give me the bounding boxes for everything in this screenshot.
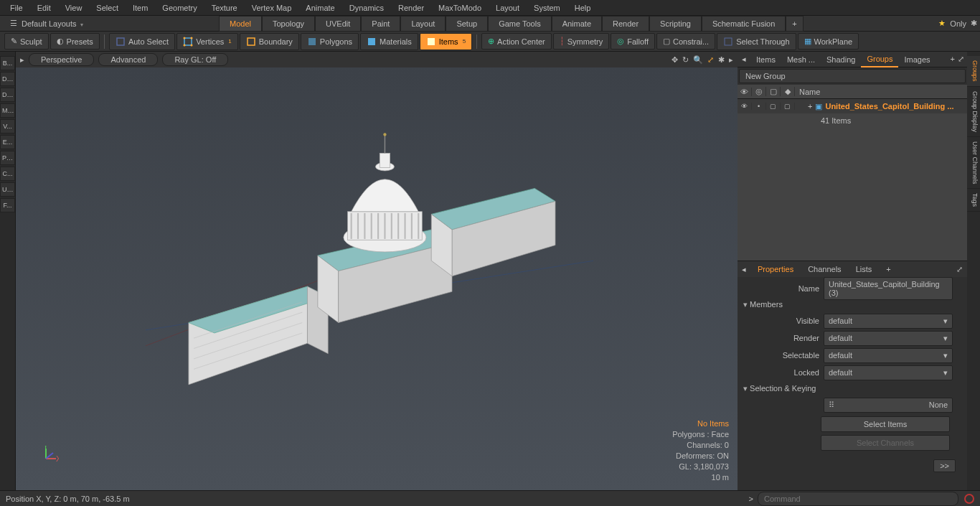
rotate-icon[interactable]: ↻: [682, 55, 689, 65]
viewport-shading-dropdown[interactable]: Advanced: [98, 53, 158, 66]
prop-name-field[interactable]: United_States_Capitol_Building (3): [824, 277, 953, 300]
col-solo[interactable]: ◎: [752, 87, 766, 96]
tree-row-capitol[interactable]: 👁•▢▢ +▣United_States_Capitol_Building ..…: [738, 99, 967, 113]
left-btn-2[interactable]: Dup...: [0, 88, 15, 102]
left-btn-0[interactable]: B...: [0, 56, 15, 70]
prop-locked-dropdown[interactable]: default▾: [824, 365, 953, 380]
items-button[interactable]: Items5: [420, 33, 472, 50]
col-name[interactable]: Name: [795, 88, 967, 96]
left-btn-3[interactable]: Mes...: [0, 103, 15, 118]
layout-handle-icon[interactable]: ☰: [6, 19, 22, 28]
menu-view[interactable]: View: [58, 1, 90, 14]
favorite-icon[interactable]: ★: [938, 19, 946, 28]
left-btn-9[interactable]: F...: [0, 198, 15, 212]
right-chevron-icon[interactable]: ◂: [738, 55, 750, 64]
tab-add[interactable]: +: [786, 16, 803, 32]
stab-tags[interactable]: Tags: [967, 189, 980, 212]
left-btn-4[interactable]: V...: [0, 119, 15, 133]
col-visibility[interactable]: 👁: [738, 88, 752, 96]
settings-icon[interactable]: ✱: [971, 19, 977, 28]
menu-help[interactable]: Help: [567, 1, 598, 14]
falloff-button[interactable]: ◎Falloff: [611, 33, 655, 50]
ptab-lists[interactable]: Lists: [849, 262, 880, 276]
new-group-button[interactable]: New Group: [739, 69, 966, 83]
menu-system[interactable]: System: [527, 1, 567, 14]
layout-preset-dropdown[interactable]: Default Layouts: [22, 19, 83, 28]
menu-animate[interactable]: Animate: [298, 1, 341, 14]
constrain-button[interactable]: ▢Constrai...: [656, 33, 715, 50]
rtab-expand-icon[interactable]: ⤢: [958, 55, 964, 64]
prop-visible-dropdown[interactable]: default▾: [824, 314, 953, 329]
tab-animate[interactable]: Animate: [552, 16, 602, 32]
expand-icon[interactable]: +: [808, 102, 812, 111]
prop-selectable-dropdown[interactable]: default▾: [824, 348, 953, 363]
select-channels-button[interactable]: Select Channels: [821, 435, 950, 451]
tab-layout[interactable]: Layout: [400, 16, 446, 32]
stab-groupdisplay[interactable]: Group Display: [967, 87, 980, 137]
prop-keying-dropdown[interactable]: ⠿ None: [824, 398, 953, 413]
menu-maxtomodo[interactable]: MaxToModo: [431, 1, 489, 14]
tab-scripting[interactable]: Scripting: [649, 16, 702, 32]
boundary-button[interactable]: Boundary: [240, 33, 299, 50]
axis-gizmo[interactable]: YX: [43, 446, 59, 462]
sculpt-button[interactable]: ✎Sculpt: [4, 33, 49, 50]
menu-geometry[interactable]: Geometry: [155, 1, 204, 14]
rtab-groups[interactable]: Groups: [861, 52, 898, 67]
rtab-add-icon[interactable]: +: [951, 55, 955, 64]
fit-icon[interactable]: ⤢: [707, 55, 714, 65]
tab-render[interactable]: Render: [602, 16, 649, 32]
left-btn-5[interactable]: E...: [0, 135, 15, 149]
autoselect-button[interactable]: Auto Select: [109, 33, 175, 50]
menu-vertexmap[interactable]: Vertex Map: [245, 1, 299, 14]
viewport-camera-dropdown[interactable]: Perspective: [29, 53, 94, 66]
prop-render-dropdown[interactable]: default▾: [824, 331, 953, 346]
rtab-shading[interactable]: Shading: [821, 52, 861, 67]
menu-file[interactable]: File: [3, 1, 30, 14]
vertices-button[interactable]: Vertices1: [176, 33, 238, 50]
tab-topology[interactable]: Topology: [262, 16, 315, 32]
polygons-button[interactable]: Polygons: [301, 33, 359, 50]
more-arrow-button[interactable]: >>: [933, 459, 956, 472]
tab-schematicfusion[interactable]: Schematic Fusion: [702, 16, 786, 32]
materials-button[interactable]: Materials: [360, 33, 418, 50]
menu-select[interactable]: Select: [89, 1, 126, 14]
select-items-button[interactable]: Select Items: [821, 416, 950, 432]
symmetry-button[interactable]: ┆Symmetry: [553, 33, 610, 50]
left-btn-1[interactable]: De...: [0, 72, 15, 86]
tab-uvedit[interactable]: UVEdit: [315, 16, 361, 32]
stab-userchannels[interactable]: User Channels: [967, 137, 980, 189]
col-lock[interactable]: ▢: [766, 87, 781, 96]
menu-item[interactable]: Item: [126, 1, 155, 14]
tab-setup[interactable]: Setup: [446, 16, 488, 32]
ptab-expand-icon[interactable]: ⤢: [956, 265, 967, 274]
stab-groups[interactable]: Groups: [967, 56, 980, 87]
record-icon[interactable]: [964, 494, 974, 504]
selectthrough-button[interactable]: Select Through: [717, 33, 796, 50]
rtab-images[interactable]: Images: [898, 52, 936, 67]
section-selection-keying[interactable]: ▾ Selection & Keying: [742, 381, 963, 396]
ptab-properties[interactable]: Properties: [750, 262, 801, 276]
left-btn-8[interactable]: UV...: [0, 182, 15, 197]
command-input[interactable]: Command: [758, 492, 958, 506]
viewport-gear-icon[interactable]: ✱: [718, 55, 725, 65]
zoom-icon[interactable]: 🔍: [693, 55, 703, 65]
viewport-menu2-icon[interactable]: ▸: [729, 55, 733, 65]
tab-model[interactable]: Model: [219, 16, 262, 32]
left-btn-6[interactable]: Pol...: [0, 151, 15, 165]
viewport-menu-icon[interactable]: ▸: [20, 55, 24, 65]
col-color[interactable]: ◆: [781, 87, 795, 96]
menu-layout[interactable]: Layout: [489, 1, 527, 14]
tab-gametools[interactable]: Game Tools: [488, 16, 552, 32]
presets-button[interactable]: ◐Presets: [50, 33, 100, 50]
rtab-meshops[interactable]: Mesh ...: [781, 52, 821, 67]
menu-render[interactable]: Render: [391, 1, 431, 14]
menu-edit[interactable]: Edit: [30, 1, 58, 14]
workplane-button[interactable]: ▦WorkPlane: [798, 33, 859, 50]
menu-texture[interactable]: Texture: [204, 1, 245, 14]
rtab-items[interactable]: Items: [750, 52, 781, 67]
pan-icon[interactable]: ✥: [672, 55, 678, 65]
prop-chevron-icon[interactable]: ◂: [738, 265, 750, 274]
actioncenter-button[interactable]: ⊕Action Center: [481, 33, 552, 50]
ptab-add[interactable]: +: [879, 262, 897, 276]
tab-paint[interactable]: Paint: [361, 16, 400, 32]
